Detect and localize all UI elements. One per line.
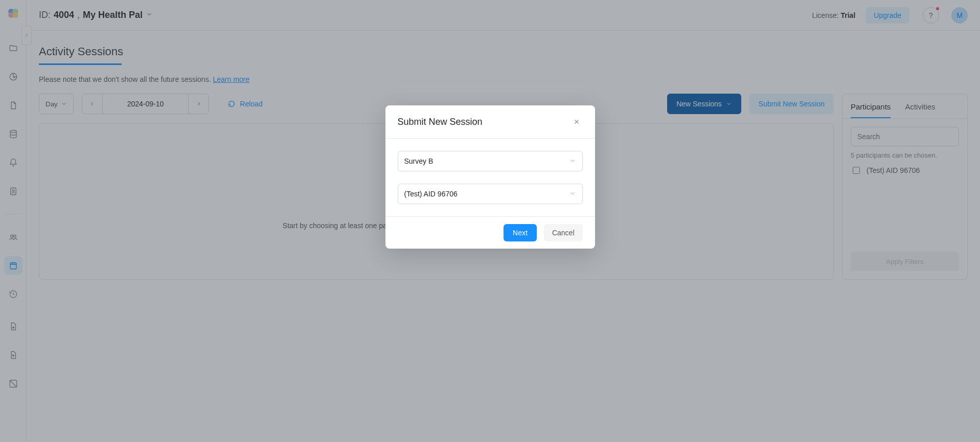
modal-cancel-button[interactable]: Cancel bbox=[544, 224, 583, 241]
modal-title: Submit New Session bbox=[398, 117, 483, 127]
modal-close-button[interactable] bbox=[571, 116, 583, 128]
submit-session-modal: Submit New Session Survey B (Test) AID 9… bbox=[385, 105, 595, 249]
close-icon bbox=[573, 118, 580, 125]
participant-select[interactable]: (Test) AID 96706 bbox=[398, 184, 583, 204]
activity-select[interactable]: Survey B bbox=[398, 151, 583, 171]
modal-next-button[interactable]: Next bbox=[504, 224, 537, 241]
chevron-down-icon bbox=[569, 157, 576, 166]
chevron-down-icon bbox=[569, 190, 576, 198]
